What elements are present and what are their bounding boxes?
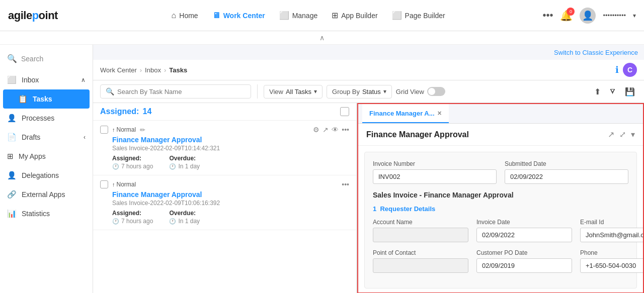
sidebar-item-inbox[interactable]: ⬜ Inbox ∧ [0, 70, 93, 89]
invoice-date-input[interactable] [476, 228, 572, 242]
nav-manage[interactable]: ⬜ Manage [279, 11, 318, 20]
sidebar-item-myapps[interactable]: ⊞ My Apps [0, 147, 93, 166]
form-group-invoice-number: Invoice Number [373, 160, 497, 184]
task-item: ↑ Normal ✏ ⚙ ↗ 👁 ••• Finance Manager App… [93, 121, 356, 175]
home-icon: ⌂ [172, 11, 177, 20]
switch-classic-bar: Switch to Classic Experience [93, 45, 644, 60]
collapse-detail-button[interactable]: ▾ [631, 130, 635, 139]
breadcrumb: Work Center › Inbox › Tasks [100, 66, 187, 74]
task-checkbox-2[interactable] [100, 180, 108, 188]
info-icon[interactable]: ℹ [615, 64, 619, 75]
myapps-label: My Apps [19, 152, 46, 160]
email-input[interactable] [580, 228, 643, 242]
nav-more-button[interactable]: ••• [542, 10, 553, 21]
delegations-label: Delegations [22, 171, 59, 179]
task-title-2[interactable]: Finance Manager Approval [100, 190, 349, 199]
submitted-date-input[interactable] [505, 169, 628, 184]
main-layout: 🔍 Search ⬜ Inbox ∧ 📋 Tasks 👤 Proc [0, 45, 644, 293]
poc-label: Point of Contact [373, 249, 468, 256]
sidebar-item-tasks[interactable]: 📋 Tasks [3, 89, 90, 109]
nav-pagebuilder[interactable]: ⬜ Page Builder [392, 11, 445, 20]
externalapps-label: External Apps [22, 190, 65, 199]
customer-po-date-input[interactable] [476, 258, 572, 273]
assigned-value-1: 🕐 7 hours ago [112, 163, 153, 170]
overdue-label-2: Overdue: [169, 210, 200, 217]
poc-input[interactable] [373, 258, 468, 273]
select-all-checkbox[interactable] [340, 107, 349, 116]
detail-tab[interactable]: Finance Manager A... × [362, 104, 449, 123]
nav-pagebuilder-label: Page Builder [405, 12, 445, 20]
collapse-bar[interactable]: ∧ [0, 31, 644, 45]
assigned-label-1: Assigned: [112, 155, 153, 162]
switch-classic-link[interactable]: Switch to Classic Experience [554, 49, 638, 56]
inbox-label: Inbox [22, 76, 39, 84]
form-row-2: Account Name Invoice Date E-mail Id [373, 219, 628, 242]
task-item-header: ↑ Normal ✏ ⚙ ↗ 👁 ••• [100, 126, 349, 134]
phone-label: Phone [580, 249, 643, 256]
drafts-left: 📄 Drafts [7, 133, 40, 142]
priority-label-1: Normal [117, 126, 136, 133]
search-input[interactable] [117, 88, 218, 95]
view-button[interactable]: View All Tasks ▾ [264, 85, 323, 99]
search-box[interactable]: 🔍 [100, 84, 251, 99]
sidebar-item-drafts[interactable]: 📄 Drafts ‹ [0, 128, 93, 147]
invoice-date-label: Invoice Date [476, 219, 572, 226]
sidebar-search[interactable]: 🔍 Search [0, 49, 93, 68]
gridview-toggle[interactable] [427, 87, 445, 96]
user-menu-chevron[interactable]: ▾ [633, 12, 636, 19]
invoice-number-input[interactable] [373, 169, 497, 184]
nav-home[interactable]: ⌂ Home [172, 11, 198, 20]
sidebar-item-processes[interactable]: 👤 Processes [0, 109, 93, 128]
task-action-icon-1a[interactable]: ⚙ [313, 126, 319, 134]
phone-input[interactable] [580, 258, 643, 273]
upload-button[interactable]: ⬆ [592, 85, 603, 99]
expand-button[interactable]: ⤢ [619, 130, 626, 139]
inbox-left: ⬜ Inbox [7, 75, 39, 84]
nav-appbuilder[interactable]: ⊞ App Builder [332, 11, 377, 20]
breadcrumb-sep-2: › [164, 66, 166, 74]
edit-icon-1[interactable]: ✏ [140, 126, 145, 134]
detail-header-actions: ↗ ⤢ ▾ [608, 130, 635, 139]
detail-tab-close-button[interactable]: × [438, 109, 442, 117]
drafts-icon: 📄 [7, 133, 17, 142]
breadcrumb-bar: Work Center › Inbox › Tasks ℹ C [93, 60, 644, 80]
task-item-header-2: ↑ Normal ••• [100, 180, 349, 188]
open-new-tab-button[interactable]: ↗ [608, 130, 614, 139]
save-button[interactable]: 💾 [623, 85, 637, 99]
detail-tab-bar: Finance Manager A... × [358, 104, 643, 124]
nav-workcenter[interactable]: 🖥 Work Center [212, 11, 265, 20]
myapps-icon: ⊞ [7, 152, 14, 161]
bell-button[interactable]: 🔔 0 [560, 10, 573, 22]
task-more-icon-1[interactable]: ••• [342, 126, 349, 134]
form-row-1: Invoice Number Submitted Date [373, 160, 628, 184]
content-area: Switch to Classic Experience Work Center… [93, 45, 644, 293]
assigned-value-2: 🕐 7 hours ago [112, 218, 153, 225]
task-action-icon-1c[interactable]: 👁 [332, 126, 339, 134]
account-name-label: Account Name [373, 219, 468, 226]
task-more-icon-2[interactable]: ••• [342, 180, 349, 188]
sidebar-item-delegations[interactable]: 👤 Delegations [0, 166, 93, 185]
user-initial-icon[interactable]: C [623, 63, 637, 77]
breadcrumb-inbox[interactable]: Inbox [145, 66, 161, 74]
account-name-input[interactable] [373, 228, 468, 242]
filter-button[interactable]: ⛛ [607, 85, 619, 98]
task-list-panel: Assigned: 14 ↑ Normal ✏ [93, 103, 357, 293]
groupby-button[interactable]: Group By Status ▾ [327, 85, 392, 99]
task-checkbox-1[interactable] [100, 126, 108, 134]
breadcrumb-workcenter[interactable]: Work Center [100, 66, 137, 74]
task-title-1[interactable]: Finance Manager Approval [100, 136, 349, 144]
logo: agilepoint [8, 9, 58, 22]
form-group-customer-po-date: Customer PO Date [476, 249, 572, 273]
sidebar-item-statistics[interactable]: 📊 Statistics [0, 204, 93, 223]
requester-num: 1 [373, 205, 376, 213]
sidebar-item-externalapps[interactable]: 🔗 External Apps [0, 185, 93, 204]
pagebuilder-icon: ⬜ [392, 11, 402, 20]
detail-form: Invoice Number Submitted Date Sales Invo… [364, 152, 637, 288]
form-group-point-of-contact: Point of Contact [373, 249, 468, 273]
groupby-chevron-icon: ▾ [383, 88, 386, 95]
detail-title: Finance Manager Approval [366, 130, 469, 139]
assigned-time-2: 7 hours ago [121, 218, 153, 225]
priority-badge-1: ↑ Normal [112, 126, 136, 133]
task-action-icon-1b[interactable]: ↗ [323, 126, 329, 134]
overdue-time-1: In 1 day [178, 163, 200, 170]
